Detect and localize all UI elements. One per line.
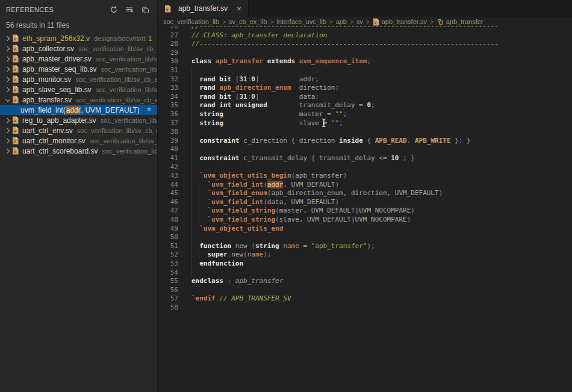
code-line[interactable]: 38 bbox=[158, 128, 572, 137]
code-line[interactable]: 35 rand int unsigned transmit_delay = 0; bbox=[158, 101, 572, 110]
file-path: soc_verification_lib/sv_cb_ex_li... bbox=[76, 96, 157, 104]
code-line[interactable]: 54 bbox=[158, 269, 572, 278]
chevron-right-icon[interactable] bbox=[4, 139, 12, 143]
panel-title: REFERENCES bbox=[6, 6, 109, 13]
line-number: 31 bbox=[158, 66, 178, 75]
code-line[interactable]: 43 `uvm_object_utils_begin(apb_transfer) bbox=[158, 172, 572, 181]
file-icon: v bbox=[12, 86, 19, 93]
breadcrumb-item[interactable]: sv_cb_ex_lib bbox=[229, 18, 267, 25]
code-line[interactable]: 44 `uvm_field_int(addr, UVM_DEFAULT) bbox=[158, 181, 572, 190]
code-line[interactable]: 39 constraint c_direction { direction in… bbox=[158, 137, 572, 146]
code-line[interactable]: 45 `uvm_field_enum(apb_direction_enum, d… bbox=[158, 189, 572, 198]
code-line[interactable]: 34 rand bit [31:0] data; bbox=[158, 93, 572, 102]
svg-text:v: v bbox=[14, 98, 16, 103]
file-row[interactable]: vuart_ctrl_monitor.svsoc_verification_li… bbox=[0, 135, 157, 146]
file-row[interactable]: vapb_slave_seq_lib.svsoc_verification_li… bbox=[0, 84, 157, 95]
copy-all-icon[interactable] bbox=[140, 5, 150, 14]
breadcrumb-item[interactable]: soc_verification_lib bbox=[163, 18, 219, 25]
chevron-right-icon[interactable] bbox=[4, 57, 12, 61]
code-line[interactable]: 30class apb_transfer extends uvm_sequenc… bbox=[158, 57, 572, 66]
file-row[interactable]: veth_spram_256x32.vdesigns/socv/rtl/rtl_… bbox=[0, 33, 157, 43]
file-path: designs/socv/rtl/rtl_lpw... bbox=[94, 35, 146, 42]
breadcrumb-item[interactable]: interface_uvc_lib bbox=[276, 18, 326, 25]
file-row[interactable]: vapb_transfer.svsoc_verification_lib/sv_… bbox=[0, 95, 157, 105]
code-line[interactable]: 58 bbox=[158, 303, 572, 313]
file-row[interactable]: vuart_ctrl_scoreboard.svsoc_verification… bbox=[0, 146, 157, 156]
dismiss-result-icon[interactable]: × bbox=[147, 105, 151, 114]
line-number: 42 bbox=[158, 163, 178, 172]
code-line[interactable]: 51 function new (string name = "apb_tran… bbox=[158, 242, 572, 251]
file-icon: v bbox=[12, 147, 19, 155]
chevron-right-icon[interactable] bbox=[4, 47, 12, 51]
file-name: reg_to_apb_adapter.sv bbox=[22, 116, 96, 125]
file-row[interactable]: vuart_ctrl_env.svsoc_verification_lib/sv… bbox=[0, 125, 157, 135]
list-view-icon[interactable] bbox=[125, 5, 134, 14]
code-area[interactable]: 26//------------------------------------… bbox=[158, 22, 572, 313]
code-line[interactable]: 52 super.new(name); bbox=[158, 250, 572, 260]
line-number: 51 bbox=[158, 242, 178, 251]
chevron-right-icon[interactable] bbox=[4, 78, 12, 81]
code-line[interactable]: 37 string slave = ""; bbox=[158, 119, 572, 128]
file-row[interactable]: vapb_monitor.svsoc_verification_lib/sv_c… bbox=[0, 74, 157, 84]
file-row[interactable]: vapb_master_seq_lib.svsoc_verification_l… bbox=[0, 64, 157, 74]
line-number: 48 bbox=[158, 216, 178, 225]
code-line[interactable]: 49 `uvm_object_utils_end bbox=[158, 225, 572, 234]
code-line[interactable]: 50 bbox=[158, 233, 572, 242]
line-number: 40 bbox=[158, 145, 178, 154]
code-line[interactable]: 56 bbox=[158, 286, 572, 295]
file-path: soc_verification_lib/sv_c... bbox=[96, 55, 157, 63]
line-number: 33 bbox=[158, 84, 178, 93]
breadcrumb-item[interactable]: sv bbox=[356, 18, 363, 25]
chevron-right-icon[interactable] bbox=[4, 119, 12, 122]
close-tab-icon[interactable]: × bbox=[237, 4, 241, 13]
code-line[interactable]: 53 endfunction bbox=[158, 260, 572, 269]
code-line[interactable]: 33 rand apb_direction_enum direction; bbox=[158, 84, 572, 93]
code-line[interactable]: 27// CLASS: apb_transfer declaration bbox=[158, 31, 572, 40]
breadcrumb-item[interactable]: apb_transfer bbox=[437, 18, 483, 25]
breadcrumb-separator: > bbox=[329, 19, 333, 25]
code-line[interactable]: 48 `uvm_field_string(slave, UVM_DEFAULT|… bbox=[158, 216, 572, 225]
chevron-down-icon[interactable] bbox=[4, 99, 12, 101]
refresh-icon[interactable] bbox=[109, 5, 119, 14]
code-line[interactable]: 42 bbox=[158, 163, 572, 172]
breadcrumb-separator: > bbox=[270, 19, 273, 25]
chevron-right-icon[interactable] bbox=[4, 129, 12, 132]
code-line[interactable]: 28//------------------------------------… bbox=[158, 40, 572, 49]
code-line[interactable]: 46 `uvm_field_int(data, UVM_DEFAULT) bbox=[158, 198, 572, 207]
line-number: 46 bbox=[158, 198, 178, 207]
code-line[interactable]: 57`endif // APB_TRANSFER_SV bbox=[158, 294, 572, 303]
file-row[interactable]: vapb_collector.svsoc_verification_lib/sv… bbox=[0, 43, 157, 54]
code-line[interactable]: 29 bbox=[158, 49, 572, 58]
chevron-right-icon[interactable] bbox=[4, 37, 12, 40]
svg-text:v: v bbox=[14, 139, 16, 144]
file-path: soc_verification_lib/sv_cb... bbox=[90, 137, 157, 145]
code-line[interactable]: 40 bbox=[158, 145, 572, 154]
line-number: 27 bbox=[158, 31, 178, 40]
file-row[interactable]: vapb_master_driver.svsoc_verification_li… bbox=[0, 54, 157, 64]
chevron-right-icon[interactable] bbox=[4, 149, 12, 153]
line-number: 28 bbox=[158, 40, 178, 49]
file-row[interactable]: vreg_to_apb_adapter.svsoc_verification_l… bbox=[0, 115, 157, 125]
line-number: 53 bbox=[158, 260, 178, 269]
breadcrumb-item[interactable]: vapb_transfer.sv bbox=[373, 18, 427, 26]
line-number: 47 bbox=[158, 207, 178, 216]
code-line[interactable]: 32 rand bit [31:0] addr; bbox=[158, 75, 572, 84]
line-number: 56 bbox=[158, 286, 178, 295]
file-path: soc_verification_lib/sv_cb_ex_li... bbox=[77, 127, 157, 134]
chevron-right-icon[interactable] bbox=[4, 67, 12, 71]
svg-text:v: v bbox=[374, 20, 376, 25]
file-name: apb_transfer.sv bbox=[22, 96, 72, 104]
tab-apb-transfer[interactable]: v apb_transfer.sv × bbox=[158, 0, 249, 17]
line-number: 38 bbox=[158, 128, 178, 137]
code-line[interactable]: 47 `uvm_field_string(master, UVM_DEFAULT… bbox=[158, 207, 572, 216]
chevron-right-icon[interactable] bbox=[4, 88, 12, 92]
code-line[interactable]: 36 string master = ""; bbox=[158, 110, 572, 119]
code-line[interactable]: 41 constraint c_transmit_delay { transmi… bbox=[158, 154, 572, 163]
file-path: soc_verification_lib/sv_cb... bbox=[96, 86, 157, 93]
class-symbol-icon bbox=[437, 18, 444, 25]
line-number: 55 bbox=[158, 277, 178, 286]
code-line[interactable]: 55endclass : apb_transfer bbox=[158, 277, 572, 286]
breadcrumb-item[interactable]: apb bbox=[336, 18, 347, 25]
reference-result[interactable]: uvm_field_int(addr, UVM_DEFAULT)× bbox=[0, 105, 157, 115]
code-line[interactable]: 31 bbox=[158, 66, 572, 75]
